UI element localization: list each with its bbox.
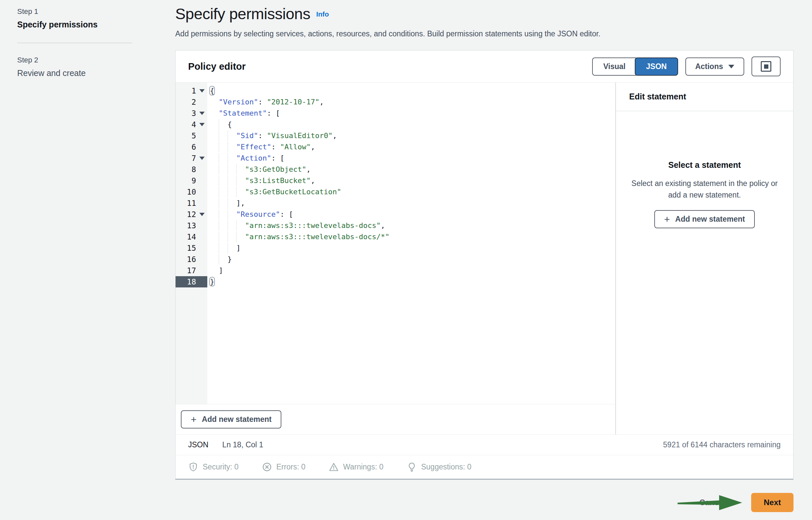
characters-remaining: 5921 of 6144 characters remaining bbox=[663, 440, 781, 449]
code-line-text[interactable]: ], bbox=[207, 198, 615, 209]
json-punctuation: : [ bbox=[267, 109, 280, 117]
fold-caret-icon[interactable] bbox=[199, 89, 205, 93]
info-link[interactable]: Info bbox=[316, 10, 329, 18]
code-line-text[interactable]: } bbox=[207, 276, 615, 287]
indent-guide bbox=[236, 187, 237, 197]
line-number[interactable]: 10 bbox=[176, 186, 207, 198]
code-line[interactable]: 8"s3:GetObject", bbox=[176, 164, 615, 175]
indent-guide bbox=[219, 187, 219, 197]
code-line-text[interactable]: ] bbox=[207, 242, 615, 254]
indent-guide bbox=[219, 221, 219, 231]
line-number-label: 10 bbox=[176, 186, 197, 198]
line-number[interactable]: 4 bbox=[176, 119, 207, 130]
add-new-statement-button-panel[interactable]: + Add new statement bbox=[654, 210, 755, 228]
line-number[interactable]: 11 bbox=[176, 198, 207, 209]
fold-gutter bbox=[197, 85, 207, 97]
line-number[interactable]: 7 bbox=[176, 153, 207, 164]
check-label: Security: 0 bbox=[203, 463, 239, 471]
line-number[interactable]: 9 bbox=[176, 175, 207, 186]
code-line[interactable]: 1{ bbox=[176, 85, 615, 97]
plus-icon: + bbox=[664, 216, 670, 223]
code-line[interactable]: 7"Action": [ bbox=[176, 153, 615, 164]
line-number[interactable]: 13 bbox=[176, 220, 207, 231]
code-line[interactable]: 10"s3:GetBucketLocation" bbox=[176, 186, 615, 198]
code-line[interactable]: 4{ bbox=[176, 119, 615, 130]
code-line[interactable]: 14"arn:aws:s3:::twelevelabs-docs/*" bbox=[176, 231, 615, 242]
code-line-text[interactable]: "Statement": [ bbox=[207, 108, 615, 119]
line-number-label: 11 bbox=[176, 198, 197, 209]
indent-guide bbox=[227, 153, 228, 163]
code-line[interactable]: 5"Sid": "VisualEditor0", bbox=[176, 130, 615, 141]
expand-panel-button[interactable] bbox=[752, 56, 781, 76]
indent-guide bbox=[219, 153, 219, 163]
json-key: "Statement" bbox=[219, 109, 267, 117]
fold-gutter bbox=[197, 141, 207, 153]
code-line[interactable]: 13"arn:aws:s3:::twelevelabs-docs", bbox=[176, 220, 615, 231]
fold-caret-icon[interactable] bbox=[199, 112, 205, 115]
code-line-text[interactable]: "s3:GetBucketLocation" bbox=[207, 186, 615, 198]
code-line[interactable]: 2"Version": "2012-10-17", bbox=[176, 97, 615, 108]
code-line-text[interactable]: "Effect": "Allow", bbox=[207, 141, 615, 153]
code-line[interactable]: 18} bbox=[176, 276, 615, 287]
policy-editor-header: Policy editor Visual JSON Actions bbox=[176, 51, 793, 82]
code-editor[interactable]: 1{2"Version": "2012-10-17",3"Statement":… bbox=[176, 83, 615, 404]
indent-guide bbox=[236, 164, 237, 175]
code-line[interactable]: 11], bbox=[176, 198, 615, 209]
line-number[interactable]: 1 bbox=[176, 85, 207, 97]
line-number[interactable]: 2 bbox=[176, 97, 207, 108]
code-line[interactable]: 12"Resource": [ bbox=[176, 209, 615, 220]
code-line-text[interactable]: } bbox=[207, 254, 615, 265]
fold-caret-icon[interactable] bbox=[199, 123, 205, 126]
indent-guide bbox=[219, 232, 219, 242]
code-line-text[interactable]: { bbox=[207, 119, 615, 130]
line-number[interactable]: 15 bbox=[176, 242, 207, 254]
next-button[interactable]: Next bbox=[751, 493, 793, 512]
code-line-text[interactable]: "s3:GetObject", bbox=[207, 164, 615, 175]
edit-statement-title: Edit statement bbox=[616, 83, 793, 111]
line-number[interactable]: 18 bbox=[176, 276, 207, 287]
check-item: Suggestions: 0 bbox=[407, 462, 471, 472]
code-line-text[interactable]: { bbox=[207, 85, 615, 97]
step1-title[interactable]: Specify permissions bbox=[17, 20, 132, 29]
code-line-text[interactable]: "Version": "2012-10-17", bbox=[207, 97, 615, 108]
code-line-text[interactable]: "arn:aws:s3:::twelevelabs-docs/*" bbox=[207, 231, 615, 242]
json-punctuation: { bbox=[227, 120, 232, 129]
line-number[interactable]: 17 bbox=[176, 265, 207, 276]
code-line-text[interactable]: ] bbox=[207, 265, 615, 276]
code-line[interactable]: 6"Effect": "Allow", bbox=[176, 141, 615, 153]
json-key: "Action" bbox=[236, 154, 271, 162]
line-number-label: 13 bbox=[176, 220, 197, 231]
actions-dropdown-button[interactable]: Actions bbox=[685, 57, 744, 76]
fold-gutter bbox=[197, 209, 207, 220]
wizard-footer: Cancel Next bbox=[175, 493, 793, 512]
line-number-label: 12 bbox=[176, 209, 197, 220]
line-number[interactable]: 16 bbox=[176, 254, 207, 265]
code-line[interactable]: 16} bbox=[176, 254, 615, 265]
fold-caret-icon[interactable] bbox=[199, 157, 205, 160]
line-number[interactable]: 5 bbox=[176, 130, 207, 141]
indent-guide bbox=[227, 243, 228, 253]
line-number[interactable]: 12 bbox=[176, 209, 207, 220]
code-line-text[interactable]: "Action": [ bbox=[207, 153, 615, 164]
fold-caret-icon[interactable] bbox=[199, 213, 205, 216]
code-line-text[interactable]: "Resource": [ bbox=[207, 209, 615, 220]
code-line[interactable]: 15] bbox=[176, 242, 615, 254]
fold-gutter bbox=[197, 254, 207, 265]
code-line-text[interactable]: "arn:aws:s3:::twelevelabs-docs", bbox=[207, 220, 615, 231]
add-new-statement-button[interactable]: + Add new statement bbox=[181, 410, 281, 428]
code-line[interactable]: 3"Statement": [ bbox=[176, 108, 615, 119]
json-tab[interactable]: JSON bbox=[635, 57, 678, 76]
cancel-button[interactable]: Cancel bbox=[697, 497, 728, 508]
line-number[interactable]: 14 bbox=[176, 231, 207, 242]
code-line-text[interactable]: "s3:ListBucket", bbox=[207, 175, 615, 186]
step2-title[interactable]: Review and create bbox=[17, 69, 132, 78]
json-punctuation: } bbox=[227, 255, 232, 263]
code-line-text[interactable]: "Sid": "VisualEditor0", bbox=[207, 130, 615, 141]
code-line[interactable]: 17] bbox=[176, 265, 615, 276]
line-number[interactable]: 8 bbox=[176, 164, 207, 175]
line-number[interactable]: 3 bbox=[176, 108, 207, 119]
line-number[interactable]: 6 bbox=[176, 141, 207, 153]
actions-label: Actions bbox=[695, 62, 723, 71]
code-line[interactable]: 9"s3:ListBucket", bbox=[176, 175, 615, 186]
visual-tab[interactable]: Visual bbox=[592, 57, 636, 76]
